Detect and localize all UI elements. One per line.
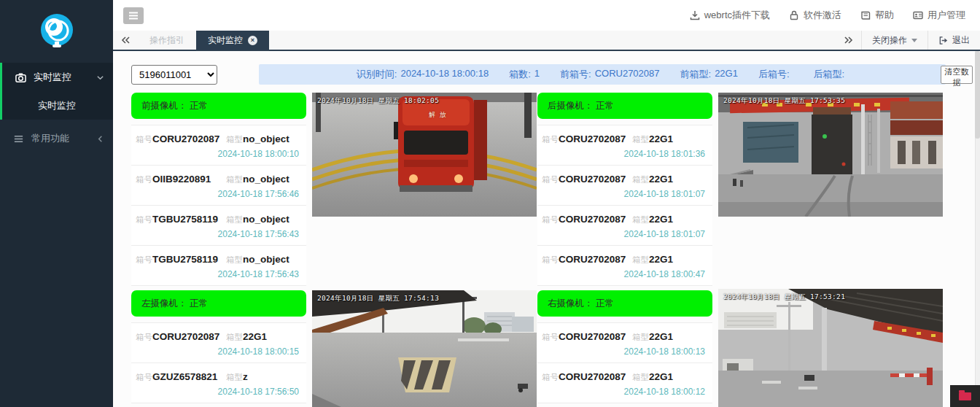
front-box-type-field: 前箱型: 22G1 (680, 68, 738, 81)
box-type-group: 箱型no_object (226, 132, 289, 145)
box-type-group: 箱型22G1 (632, 370, 673, 383)
front-box-no-field: 前箱号: CORU2702087 (560, 68, 660, 81)
chevron-left-icon (96, 135, 104, 143)
sidebar-item-label: 实时监控 (34, 71, 96, 84)
rear-box-type-label: 后箱型: (814, 68, 845, 81)
box-no-label: 箱号 (542, 215, 559, 224)
sidebar-item-label: 常用功能 (31, 132, 96, 145)
close-operations-dropdown[interactable]: 关闭操作 (861, 31, 928, 50)
help-label: 帮助 (875, 9, 894, 22)
webrtc-download-label: webrtc插件下载 (704, 9, 770, 22)
box-count-field: 箱数: 1 (509, 68, 540, 81)
tab-realtime-monitor[interactable]: 实时监控 × (196, 31, 269, 50)
box-type-group: 箱型no_object (226, 172, 289, 185)
tab-label: 实时监控 (208, 34, 243, 47)
box-type-value: no_object (243, 133, 289, 144)
box-no-group: 箱号CORU2702087 (136, 132, 226, 145)
clear-data-button[interactable]: 清空数据 (941, 66, 973, 84)
record-timestamp: 2024-10-18 18:01:07 (542, 229, 705, 239)
webrtc-download-link[interactable]: webrtc插件下载 (690, 9, 770, 22)
box-no-label: 箱号 (542, 373, 559, 381)
front-camera-status-badge: 前摄像机： 正常 (131, 93, 306, 119)
box-no-value: CORU2702087 (152, 133, 219, 144)
box-no-group: 箱号CORU2702087 (136, 330, 226, 343)
box-no-value: CORU2702087 (559, 174, 626, 185)
front-box-no-label: 前箱号: (560, 68, 591, 81)
box-type-group: 箱型no_object (226, 212, 289, 225)
sidebar-item-realtime-monitor[interactable]: 实时监控 (2, 63, 113, 92)
box-type-label: 箱型 (226, 255, 243, 264)
left-video-timestamp: 2024年10月18日 星期五 17:54:13 (317, 294, 439, 303)
record-timestamp: 2024-10-18 17:56:43 (136, 229, 299, 239)
exit-button[interactable]: 退出 (928, 31, 980, 50)
record-row: 箱号CORU2702087 箱型no_object 2024-10-18 18:… (131, 125, 306, 166)
front-box-type-value: 22G1 (715, 68, 738, 81)
box-type-label: 箱型 (632, 333, 649, 341)
box-no-label: 箱号 (542, 333, 559, 341)
record-row: 箱号CORU2702087 箱型22G1 2024-10-18 18:01:07 (537, 166, 712, 206)
box-type-value: z (243, 371, 248, 382)
right-camera-panel: 右摄像机： 正常 箱号CORU2702087 箱型22G1 2024-10-18… (537, 290, 712, 403)
corner-folder-widget[interactable] (950, 385, 980, 407)
front-box-type-label: 前箱型: (680, 68, 712, 81)
left-camera-scene (312, 290, 537, 407)
front-camera-record-list: 箱号CORU2702087 箱型no_object 2024-10-18 18:… (131, 125, 306, 286)
record-line: 箱号CORU2702087 箱型22G1 (542, 330, 705, 343)
record-line: 箱号CORU2702087 箱型22G1 (136, 330, 299, 343)
rear-video-timestamp: 2024年10月18日 星期五 17:53:35 (723, 96, 845, 106)
sidebar-toggle-button[interactable] (123, 7, 144, 24)
box-count-label: 箱数: (509, 68, 531, 81)
box-no-value: OIIB9220891 (152, 174, 211, 185)
record-line: 箱号CORU2702087 箱型22G1 (542, 370, 705, 383)
software-activate-link[interactable]: 软件激活 (789, 9, 841, 22)
topbar: webrtc插件下载 软件激活 帮助 (113, 0, 980, 31)
rear-camera-video[interactable]: 2024年10月18日 星期五 17:53:35 (718, 93, 943, 217)
double-chevron-left-icon (121, 36, 130, 44)
software-activate-label: 软件激活 (804, 9, 841, 22)
sidebar-item-common-functions[interactable]: 常用功能 (0, 124, 113, 153)
left-camera-record-list: 箱号CORU2702087 箱型22G1 2024-10-18 18:00:15… (131, 322, 306, 403)
device-select[interactable]: 5196011001 (131, 65, 217, 85)
sidebar-subitem-realtime-monitor[interactable]: 实时监控 (2, 92, 113, 120)
sidebar-subitem-label: 实时监控 (38, 99, 76, 112)
record-timestamp: 2024-10-18 17:56:50 (136, 387, 299, 397)
record-timestamp: 2024-10-18 18:00:47 (542, 269, 705, 279)
left-camera-video[interactable]: 2024年10月18日 星期五 17:54:13 (312, 290, 537, 407)
record-timestamp: 2024-10-18 18:00:15 (136, 346, 299, 357)
box-type-label: 箱型 (226, 175, 243, 184)
tabs-scroll-right-button[interactable] (836, 31, 861, 50)
user-management-link[interactable]: 用户管理 (913, 9, 965, 22)
id-card-icon (913, 10, 923, 20)
front-camera-video[interactable]: 解放 2024年10月18日 星期五 18:02:05 (312, 93, 537, 217)
box-no-label: 箱号 (542, 255, 559, 264)
caret-down-icon (911, 39, 917, 42)
box-type-group: 箱型22G1 (632, 132, 673, 145)
webcam-logo-icon (36, 11, 77, 52)
app-logo[interactable] (0, 0, 113, 63)
box-type-label: 箱型 (226, 373, 243, 381)
help-link[interactable]: 帮助 (860, 9, 894, 22)
box-no-group: 箱号CORU2702087 (542, 252, 632, 265)
chevron-down-icon (96, 74, 104, 82)
box-no-label: 箱号 (136, 373, 152, 381)
record-row: 箱号GZUZ6578821 箱型z 2024-10-18 17:56:50 (131, 363, 306, 403)
rear-box-type-field: 后箱型: (814, 68, 849, 81)
record-line: 箱号CORU2702087 箱型22G1 (542, 212, 705, 225)
tab-close-icon[interactable]: × (248, 36, 257, 45)
box-no-group: 箱号GZUZ6578821 (136, 370, 226, 383)
box-type-label: 箱型 (632, 175, 649, 184)
tab-operation-guide[interactable]: 操作指引 (138, 31, 196, 50)
box-no-group: 箱号CORU2702087 (542, 172, 632, 185)
box-type-value: 22G1 (649, 133, 673, 144)
tabbar-spacer (269, 31, 836, 50)
front-camera-panel: 前摄像机： 正常 箱号CORU2702087 箱型no_object 2024-… (131, 93, 306, 286)
record-line: 箱号OIIB9220891 箱型no_object (136, 172, 299, 185)
box-no-value: CORU2702087 (559, 254, 626, 265)
scrollbar-thumb[interactable] (975, 51, 980, 139)
box-no-group: 箱号CORU2702087 (542, 330, 632, 343)
record-row: 箱号TGBU2758119 箱型no_object 2024-10-18 17:… (131, 246, 306, 286)
tabs-scroll-left-button[interactable] (113, 31, 138, 50)
right-camera-video[interactable]: 2024年10月18日 星期五 17:53:21 (718, 289, 943, 407)
sidebar-menu: 实时监控 实时监控 常用功能 (0, 63, 113, 153)
box-no-group: 箱号TGBU2758119 (136, 252, 226, 265)
